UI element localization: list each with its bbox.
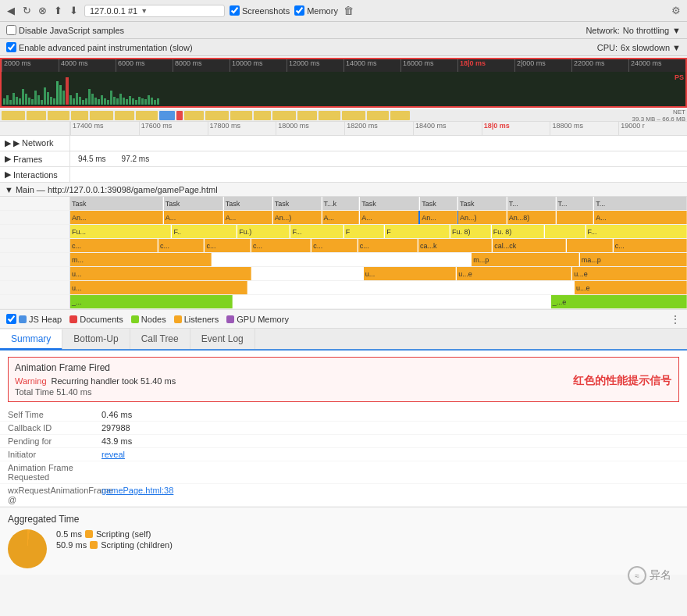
screenshot-block bbox=[2, 111, 25, 120]
detail-wx-link[interactable]: gamePage.html:38 bbox=[101, 486, 173, 504]
function-cell[interactable]: F bbox=[385, 225, 450, 238]
task-cell[interactable]: Task bbox=[273, 197, 322, 210]
url-bar[interactable]: 127.0.0.1 #1 ▼ bbox=[84, 5, 225, 17]
function-cell[interactable]: F... bbox=[290, 225, 343, 238]
screenshot-block bbox=[90, 111, 113, 120]
detail-initiator-link[interactable]: reveal bbox=[101, 450, 125, 459]
legend-listeners[interactable]: Listeners bbox=[174, 315, 219, 324]
task-cell[interactable]: T... bbox=[557, 197, 594, 210]
u-cell[interactable]: u... bbox=[70, 267, 251, 280]
animation-cell[interactable]: A... bbox=[224, 211, 272, 224]
animation-cell[interactable] bbox=[557, 211, 594, 224]
animation-cell[interactable]: An...) bbox=[273, 211, 322, 224]
legend-nodes[interactable]: Nodes bbox=[131, 315, 166, 324]
task-cell[interactable]: T... bbox=[594, 197, 687, 210]
task-cell[interactable]: T... bbox=[507, 197, 556, 210]
legend-js-heap-checkbox[interactable] bbox=[6, 314, 16, 324]
frames-row-label[interactable]: ▶ Frames bbox=[0, 151, 70, 166]
callback-cell[interactable]: c... bbox=[614, 239, 687, 252]
screenshots-checkbox[interactable] bbox=[230, 5, 240, 16]
stop-icon[interactable]: ⊗ bbox=[36, 5, 48, 17]
legend-gpu[interactable]: GPU Memory bbox=[226, 315, 289, 324]
m-cell[interactable]: ma...p bbox=[580, 253, 687, 266]
underscore-spacer bbox=[233, 295, 550, 308]
u-cell[interactable]: u... bbox=[364, 267, 456, 280]
flame-row-underscore: _... _...e bbox=[0, 295, 687, 309]
task-cell[interactable]: T...k bbox=[322, 197, 360, 210]
network-dropdown-icon[interactable]: ▼ bbox=[672, 26, 681, 35]
legend-menu-icon[interactable]: ⋮ bbox=[670, 313, 681, 326]
task-cell[interactable]: Task bbox=[164, 197, 223, 210]
animation-cell[interactable]: A... bbox=[360, 211, 419, 224]
callback-cell[interactable]: c... bbox=[158, 239, 204, 252]
disable-js-checkbox[interactable] bbox=[6, 25, 16, 35]
animation-cell-selected[interactable]: An... bbox=[420, 211, 457, 224]
url-dropdown-icon[interactable]: ▼ bbox=[141, 7, 148, 15]
callback-cell[interactable] bbox=[567, 239, 612, 252]
callback-cell[interactable]: c... bbox=[70, 239, 158, 252]
animation-cell[interactable]: An... bbox=[70, 211, 163, 224]
callback-cell[interactable]: c... bbox=[205, 239, 250, 252]
network-select[interactable]: Network: No throttling ▼ bbox=[586, 26, 681, 35]
tab-event-log-label: Event Log bbox=[201, 333, 244, 344]
callback-cell[interactable]: ca...k bbox=[418, 239, 492, 252]
m-spacer bbox=[212, 253, 471, 266]
function-cell[interactable]: Fu... bbox=[70, 225, 171, 238]
task-cell[interactable]: Task bbox=[70, 197, 163, 210]
task-cell[interactable]: Task bbox=[360, 197, 419, 210]
callback-cell[interactable]: c... bbox=[358, 239, 418, 252]
download-icon[interactable]: ⬇ bbox=[67, 5, 80, 17]
overview-graph[interactable]: PS bbox=[2, 72, 685, 106]
legend-js-heap[interactable]: JS Heap bbox=[6, 314, 62, 324]
function-cell[interactable]: F bbox=[344, 225, 385, 238]
memory-checkbox-label[interactable]: Memory bbox=[294, 5, 338, 16]
disable-js-label[interactable]: Disable JavaScript samples bbox=[6, 25, 124, 35]
function-cell[interactable]: Fu. 8) bbox=[450, 225, 491, 238]
memory-checkbox[interactable] bbox=[294, 5, 304, 16]
underscore-cell[interactable]: _... bbox=[70, 295, 233, 308]
task-cell[interactable]: Task bbox=[420, 197, 457, 210]
tab-event-log[interactable]: Event Log bbox=[190, 329, 255, 349]
u-cell[interactable]: u...e bbox=[457, 267, 571, 280]
enable-paint-label[interactable]: Enable advanced paint instrumentation (s… bbox=[6, 42, 193, 52]
tab-call-tree[interactable]: Call Tree bbox=[130, 329, 190, 349]
animation-cell[interactable]: A... bbox=[322, 211, 360, 224]
network-row-label[interactable]: ▶ ▶ Network bbox=[0, 136, 70, 151]
interactions-row-label[interactable]: ▶ Interactions bbox=[0, 167, 70, 182]
screenshot-block bbox=[254, 111, 271, 120]
overview-blocks bbox=[0, 110, 632, 121]
refresh-icon[interactable]: ↻ bbox=[20, 5, 33, 17]
gear-icon[interactable]: ⚙ bbox=[670, 5, 682, 17]
m-cell[interactable]: m...p bbox=[472, 253, 578, 266]
u2-cell[interactable]: u... bbox=[70, 281, 247, 294]
tab-bottom-up[interactable]: Bottom-Up bbox=[62, 329, 130, 349]
function-cell[interactable] bbox=[545, 225, 586, 238]
tab-summary[interactable]: Summary bbox=[0, 329, 62, 350]
u-cell[interactable]: u...e bbox=[572, 267, 687, 280]
function-cell[interactable]: Fu.) bbox=[237, 225, 290, 238]
legend-documents[interactable]: Documents bbox=[69, 315, 123, 324]
enable-paint-checkbox[interactable] bbox=[6, 42, 16, 52]
function-cell[interactable]: F... bbox=[586, 225, 687, 238]
animation-cell[interactable]: An...8) bbox=[507, 211, 556, 224]
underscore-cell[interactable]: _...e bbox=[551, 295, 687, 308]
u2-cell[interactable]: u...e bbox=[575, 281, 687, 294]
upload-icon[interactable]: ⬆ bbox=[52, 5, 64, 17]
animation-cell[interactable]: A... bbox=[164, 211, 223, 224]
task-cell[interactable]: Task bbox=[458, 197, 507, 210]
cpu-select[interactable]: CPU: 6x slowdown ▼ bbox=[597, 43, 681, 52]
callback-cell[interactable]: c... bbox=[251, 239, 311, 252]
back-icon[interactable]: ◀ bbox=[5, 5, 17, 17]
function-cell[interactable]: Fu. 8) bbox=[492, 225, 544, 238]
flame-row-animation: An... A... A... An...) A... A... An... A… bbox=[0, 211, 687, 225]
m-cell[interactable]: m... bbox=[70, 253, 212, 266]
task-cell[interactable]: Task bbox=[224, 197, 272, 210]
callback-cell[interactable]: cal...ck bbox=[493, 239, 566, 252]
screenshots-checkbox-label[interactable]: Screenshots bbox=[230, 5, 290, 16]
animation-cell[interactable]: An...) bbox=[458, 211, 507, 224]
trash-icon[interactable]: 🗑 bbox=[343, 5, 355, 17]
animation-cell[interactable]: A... bbox=[594, 211, 687, 224]
pie-chart bbox=[8, 529, 47, 568]
function-cell[interactable]: F.. bbox=[172, 225, 237, 238]
callback-cell[interactable]: c... bbox=[311, 239, 357, 252]
